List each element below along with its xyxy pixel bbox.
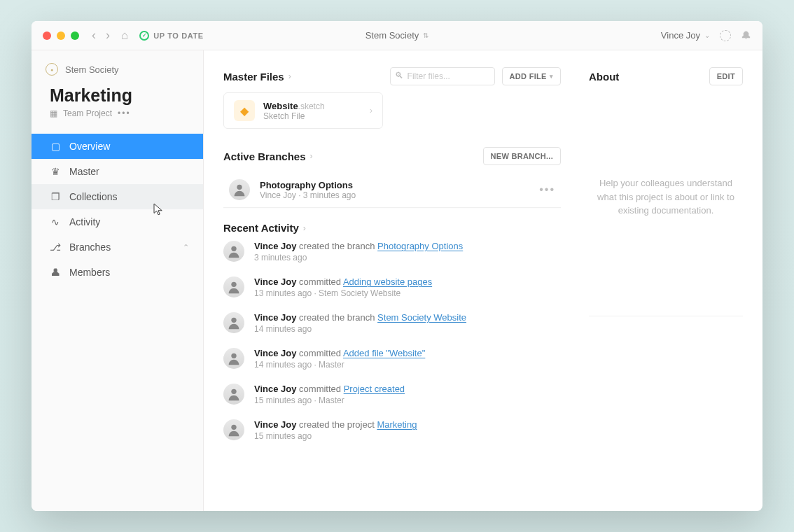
chevron-up-icon: ⌃	[183, 243, 189, 252]
project-subtitle-label: Team Project	[63, 108, 112, 118]
org-breadcrumb[interactable]: Stem Society	[32, 50, 203, 83]
branch-time-label: 3 minutes ago	[303, 190, 356, 200]
avatar	[223, 348, 244, 369]
updown-icon: ⇅	[423, 31, 429, 39]
chevron-down-icon: ⌄	[704, 31, 710, 39]
help-icon[interactable]	[720, 30, 731, 41]
sidebar-item-label: Branches	[69, 241, 111, 253]
collections-icon: ❐	[50, 191, 61, 202]
chevron-right-icon: ›	[303, 223, 306, 233]
add-file-label: ADD FILE	[510, 72, 547, 80]
activity-row: Vince Joy committed Project created 15 m…	[223, 384, 561, 405]
svg-point-1	[231, 246, 236, 251]
activity-author: Vince Joy	[254, 276, 296, 287]
activity-subtext: 14 minutes ago · Master	[254, 360, 425, 370]
svg-point-2	[231, 282, 236, 287]
add-file-button[interactable]: ADD FILE ▾	[502, 67, 561, 85]
project-title: Marketing	[32, 83, 203, 108]
activity-row: Vince Joy created the branch Photography…	[223, 241, 561, 262]
filter-files-input[interactable]	[390, 67, 495, 85]
forward-button[interactable]: ›	[106, 28, 110, 43]
activity-author: Vince Joy	[254, 241, 296, 251]
activity-author: Vince Joy	[254, 419, 296, 430]
sidebar-item-members[interactable]: 👤︎ Members	[32, 260, 203, 285]
project-more-button[interactable]: •••	[118, 108, 131, 118]
activity-action: committed	[296, 384, 343, 394]
activity-link[interactable]: Added file "Website"	[343, 348, 425, 358]
activity-text: Vince Joy committed Adding website pages	[254, 276, 432, 287]
home-icon[interactable]: ⌂	[121, 29, 128, 43]
activity-row: Vince Joy created the branch Stem Societ…	[223, 312, 561, 334]
activity-link[interactable]: Adding website pages	[343, 276, 432, 287]
app-window: ‹ › ⌂ UP TO DATE Stem Society ⇅ Vince Jo…	[32, 21, 762, 511]
activity-action: created the branch	[296, 241, 377, 251]
overview-icon: ▢	[50, 141, 61, 152]
active-branches-heading[interactable]: Active Branches	[223, 150, 306, 162]
filter-files-wrap: 🔍︎	[390, 67, 495, 85]
avatar	[223, 276, 244, 298]
sidebar-item-overview[interactable]: ▢ Overview	[32, 134, 203, 159]
sidebar: Stem Society Marketing ▦ Team Project ••…	[32, 50, 204, 511]
branch-author-label: Vince Joy	[260, 190, 296, 200]
sync-status: UP TO DATE	[139, 31, 203, 41]
activity-subtext: 3 minutes ago	[254, 253, 463, 262]
activity-link[interactable]: Marketing	[377, 419, 417, 430]
recent-activity-heading[interactable]: Recent Activity	[223, 222, 299, 234]
titlebar: ‹ › ⌂ UP TO DATE Stem Society ⇅ Vince Jo…	[32, 21, 762, 50]
minimize-window-icon[interactable]	[57, 31, 65, 40]
activity-subtext: 13 minutes ago · Stem Society Website	[254, 288, 432, 298]
sidebar-item-branches[interactable]: ⎇ Branches ⌃	[32, 234, 203, 260]
close-window-icon[interactable]	[43, 31, 51, 40]
activity-author: Vince Joy	[254, 312, 296, 323]
sidebar-item-label: Collections	[69, 191, 117, 202]
about-header: About EDIT	[589, 67, 743, 85]
sketch-file-icon: ◆	[234, 100, 255, 121]
sidebar-item-label: Overview	[69, 141, 110, 152]
activity-text: Vince Joy created the branch Photography…	[254, 241, 463, 251]
sidebar-item-master[interactable]: ♛ Master	[32, 159, 203, 184]
activity-action: created the project	[296, 419, 377, 430]
avatar	[229, 179, 250, 200]
activity-subtext: 14 minutes ago	[254, 324, 466, 334]
activity-author: Vince Joy	[254, 384, 296, 394]
activity-link[interactable]: Photography Options	[377, 241, 463, 251]
crown-icon: ♛	[50, 166, 61, 177]
sidebar-item-label: Activity	[69, 216, 100, 227]
branch-icon: ⎇	[50, 241, 61, 253]
activity-text: Vince Joy created the project Marketing	[254, 419, 417, 430]
activity-link[interactable]: Project created	[344, 384, 405, 394]
chevron-right-icon: ›	[310, 151, 313, 161]
zoom-window-icon[interactable]	[71, 31, 79, 40]
master-files-heading[interactable]: Master Files	[223, 71, 284, 83]
activity-list: Vince Joy created the branch Photography…	[223, 241, 561, 441]
back-button[interactable]: ‹	[92, 28, 96, 43]
activity-link[interactable]: Stem Society Website	[377, 312, 466, 323]
avatar	[223, 419, 244, 440]
user-name-label: Vince Joy	[661, 30, 700, 41]
chevron-down-icon: ▾	[550, 73, 553, 80]
person-icon: 👤︎	[50, 267, 61, 278]
org-logo-icon	[46, 63, 58, 76]
activity-author: Vince Joy	[254, 348, 296, 358]
sidebar-nav: ▢ Overview ♛ Master ❐ Collections ∿ Acti…	[32, 131, 203, 285]
traffic-lights	[43, 31, 79, 40]
activity-action: committed	[296, 348, 342, 358]
bell-icon[interactable]: 🔔︎	[741, 29, 751, 41]
main-content: Master Files › 🔍︎ ADD FILE ▾ ◆	[204, 50, 762, 511]
activity-text: Vince Joy committed Added file "Website"	[254, 348, 425, 358]
chevron-right-icon: ›	[370, 106, 372, 115]
file-type-label: Sketch File	[263, 111, 325, 121]
sidebar-item-activity[interactable]: ∿ Activity	[32, 209, 203, 234]
about-edit-button[interactable]: EDIT	[709, 67, 743, 85]
search-icon: 🔍︎	[395, 71, 403, 80]
master-file-row[interactable]: ◆ Website.sketch Sketch File ›	[223, 92, 383, 129]
svg-point-0	[237, 185, 242, 190]
activity-row: Vince Joy committed Added file "Website"…	[223, 348, 561, 370]
branch-more-button[interactable]: •••	[539, 183, 555, 196]
new-branch-button[interactable]: NEW BRANCH...	[483, 147, 561, 165]
user-menu[interactable]: Vince Joy ⌄	[661, 30, 710, 41]
branch-row[interactable]: Photography Options Vince Joy · 3 minute…	[223, 172, 561, 208]
titlebar-center-breadcrumb[interactable]: Stem Society ⇅	[365, 30, 429, 41]
sidebar-item-collections[interactable]: ❐ Collections	[32, 184, 203, 209]
activity-action: committed	[296, 276, 342, 287]
